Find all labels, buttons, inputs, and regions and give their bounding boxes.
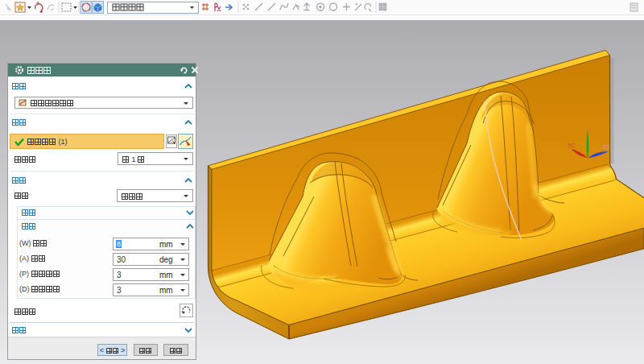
svg-text:ZC: ZC <box>602 144 609 150</box>
svg-text:XC: XC <box>568 143 576 148</box>
